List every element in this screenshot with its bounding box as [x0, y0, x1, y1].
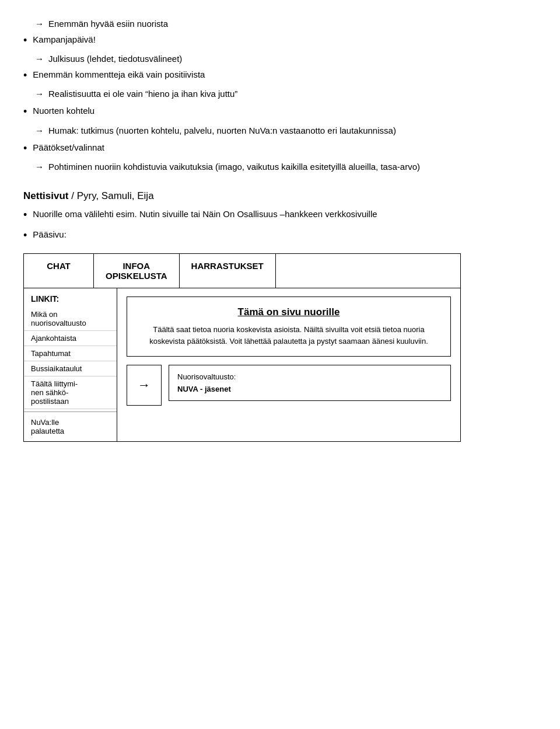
nav-item-infoa[interactable]: INFOA OPISKELUSTA [94, 254, 180, 288]
bullet-text-1: Kampanjapäivä! [33, 33, 96, 46]
arrow-text-1: Julkisuus (lehdet, tiedotusvälineet) [48, 53, 182, 65]
sidebar-links-label: LINKIT: [24, 288, 117, 307]
arrow-text-3: Humak: tutkimus (nuorten kohtelu, palvel… [48, 124, 396, 137]
net-bullet-text-1: Nuorille oma välilehti esim. Nutin sivui… [33, 208, 377, 220]
arrow-item-2: → Realistisuutta ei ole vain “hieno ja i… [23, 88, 537, 100]
section-title-main: Nettisivut [23, 190, 68, 201]
main-box-text: Täältä saat tietoa nuoria koskevista asi… [139, 324, 439, 347]
net-bullet-icon-1: • [23, 208, 27, 222]
main-box-title: Tämä on sivu nuorille [139, 306, 439, 318]
arrow-icon: → [35, 18, 44, 30]
list-item-3: • Nuorten kohtelu [23, 104, 537, 119]
arrow-icon-1: → [35, 53, 44, 65]
bullet-icon-1: • [23, 33, 27, 48]
sidebar-link-1[interactable]: Mikä on nuorisovaltuusto [24, 307, 117, 331]
nav-item-chat[interactable]: CHAT [24, 254, 94, 288]
arrow-text-4: Pohtiminen nuoriin kohdistuvia vaikutuks… [48, 161, 420, 173]
arrow-item-3: → Humak: tutkimus (nuorten kohtelu, palv… [23, 124, 537, 137]
nav-bar: CHAT INFOA OPISKELUSTA HARRASTUKSET [24, 254, 460, 288]
bullet-icon-4: • [23, 141, 27, 156]
arrow-icon-2: → [35, 88, 44, 100]
top-arrow-text: Enemmän hyvää esiin nuorista [48, 18, 168, 30]
nuva-info-box: Nuorisovaltuusto: NUVA - jäsenet [169, 365, 451, 401]
net-bullet-text-2: Pääsivu: [33, 228, 66, 240]
bullet-text-4: Päätökset/valinnat [33, 141, 104, 154]
bullet-icon-3: • [23, 104, 27, 119]
list-item-4: • Päätökset/valinnat [23, 141, 537, 156]
website-main-content: LINKIT: Mikä on nuorisovaltuusto Ajankoh… [24, 288, 460, 441]
website-mockup: CHAT INFOA OPISKELUSTA HARRASTUKSET LINK… [23, 253, 461, 442]
sidebar-link-3[interactable]: Tapahtumat [24, 346, 117, 361]
sidebar-link-2[interactable]: Ajankohtaista [24, 331, 117, 346]
sidebar-link-4[interactable]: Bussiaikataulut [24, 361, 117, 376]
nuva-box-title: Nuorisovaltuusto: [177, 372, 442, 381]
nav-item-empty [276, 254, 460, 288]
net-bullet-icon-2: • [23, 228, 27, 243]
bullet-icon-2: • [23, 68, 27, 83]
bottom-section: → Nuorisovaltuusto: NUVA - jäsenet [127, 365, 451, 406]
arrow-navigate-box[interactable]: → [127, 365, 162, 406]
main-info-box: Tämä on sivu nuorille Täältä saat tietoa… [127, 297, 451, 357]
arrow-navigate-icon: → [138, 378, 150, 393]
section-title-sub: / Pyry, Samuli, Eija [71, 190, 153, 201]
nuva-box-value: NUVA - jäsenet [177, 385, 442, 393]
bullet-text-3: Nuorten kohtelu [33, 104, 94, 117]
website-page-body: Tämä on sivu nuorille Täältä saat tietoa… [117, 288, 460, 441]
bullet-text-2: Enemmän kommentteja eikä vain positiivis… [33, 68, 205, 81]
arrow-item-4: → Pohtiminen nuoriin kohdistuvia vaikutu… [23, 161, 537, 173]
list-item-1: • Kampanjapäivä! [23, 33, 537, 48]
sidebar-link-5[interactable]: Täältä liittymi- nen sähkö- postilistaan [24, 376, 117, 409]
arrow-item-1: → Julkisuus (lehdet, tiedotusvälineet) [23, 53, 537, 65]
main-content-area: → Enemmän hyvää esiin nuorista • Kampanj… [23, 18, 537, 442]
sidebar-link-6[interactable]: NuVa:lle palautetta [24, 411, 117, 441]
list-item-2: • Enemmän kommentteja eikä vain positiiv… [23, 68, 537, 83]
nav-item-harrastukset[interactable]: HARRASTUKSET [180, 254, 276, 288]
section-heading-nettisivut: Nettisivut / Pyry, Samuli, Eija [23, 190, 537, 202]
top-arrow-item: → Enemmän hyvää esiin nuorista [23, 18, 537, 30]
net-list-item-1: • Nuorille oma välilehti esim. Nutin siv… [23, 208, 537, 222]
arrow-text-2: Realistisuutta ei ole vain “hieno ja iha… [48, 88, 237, 100]
arrow-icon-3: → [35, 124, 44, 137]
net-list-item-2: • Pääsivu: [23, 228, 537, 243]
website-sidebar: LINKIT: Mikä on nuorisovaltuusto Ajankoh… [24, 288, 117, 441]
arrow-icon-4: → [35, 161, 44, 173]
